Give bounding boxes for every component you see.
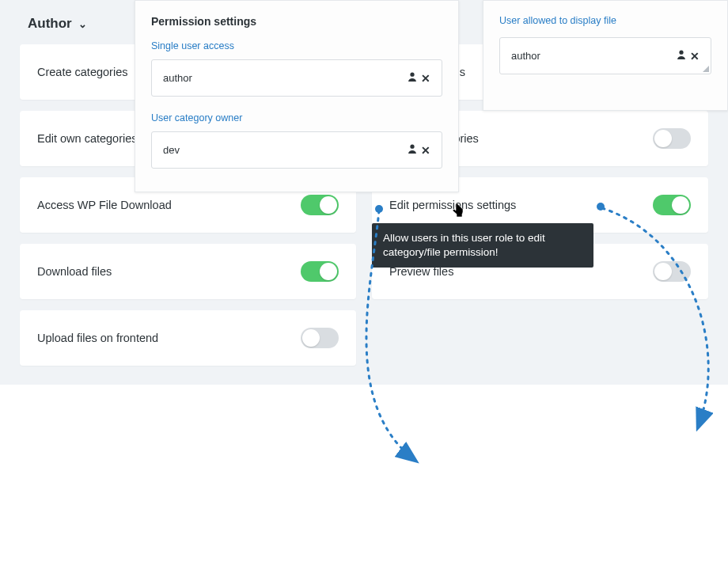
toggle-access-wp-file-download[interactable] (301, 195, 339, 215)
perm-label: Edit permissions settings (389, 199, 516, 211)
perm-label: Edit own categories (37, 132, 138, 145)
perm-label: Download files (37, 265, 112, 278)
perm-download-files: Download files (20, 244, 356, 299)
connector-origin-dot (375, 205, 383, 213)
role-selected-label: Author (28, 16, 72, 32)
perm-label: Access WP File Download (37, 199, 172, 211)
perm-upload-files-frontend: Upload files on frontend (20, 310, 356, 366)
panel-subtitle: User allowed to display file (499, 15, 711, 26)
toggle-preview-files[interactable] (653, 261, 691, 282)
perm-label: Create categories (37, 66, 127, 78)
user-icon[interactable] (676, 49, 687, 63)
single-user-access-label: Single user access (151, 40, 442, 51)
connector-origin-dot (597, 203, 605, 211)
svg-point-1 (410, 145, 414, 149)
permission-settings-panel: Permission settings Single user access a… (135, 0, 459, 192)
chevron-down-icon: ⌄ (78, 18, 87, 30)
toggle-download-files[interactable] (301, 261, 339, 282)
role-selector[interactable]: Author ⌄ (28, 16, 87, 32)
user-allowed-field[interactable]: author ✕ (499, 37, 711, 74)
close-icon[interactable]: ✕ (421, 144, 430, 157)
close-icon[interactable]: ✕ (421, 72, 430, 85)
bottom-area (0, 385, 728, 577)
field-value: author (163, 72, 192, 84)
user-category-owner-label: User category owner (151, 112, 442, 123)
toggle-delete-categories[interactable] (653, 128, 691, 149)
panel-title: Permission settings (151, 15, 442, 28)
perm-label: Upload files on frontend (37, 332, 158, 344)
svg-point-2 (679, 51, 683, 55)
field-value: dev (163, 144, 180, 156)
toggle-edit-permissions-settings[interactable] (653, 195, 691, 215)
tooltip-text: Allow users in this user role to edit ca… (383, 232, 545, 258)
user-category-owner-field[interactable]: dev ✕ (151, 131, 442, 169)
toggle-upload-files-frontend[interactable] (301, 328, 339, 348)
user-allowed-panel: User allowed to display file author ✕ (483, 0, 728, 111)
single-user-access-field[interactable]: author ✕ (151, 59, 442, 97)
close-icon[interactable]: ✕ (690, 50, 700, 63)
perm-tooltip: Allow users in this user role to edit ca… (372, 223, 593, 268)
user-icon[interactable] (407, 71, 418, 85)
field-value: author (511, 50, 540, 62)
user-icon[interactable] (407, 143, 418, 157)
svg-point-0 (410, 73, 414, 77)
